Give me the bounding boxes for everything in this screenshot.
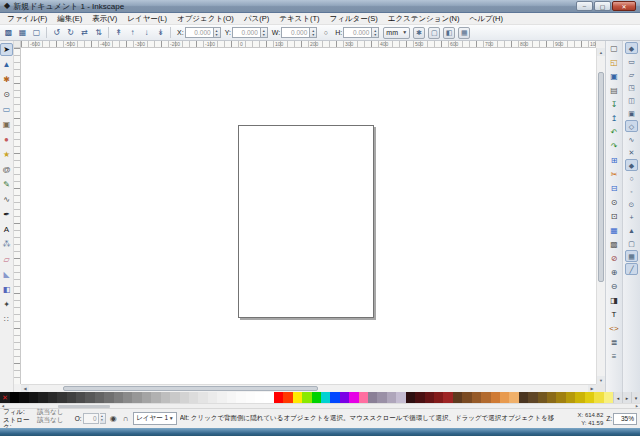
- y-input[interactable]: 0.000: [232, 27, 261, 38]
- snap-bbox-edges-toggle[interactable]: ▱: [625, 68, 638, 80]
- transform-pattern-toggle[interactable]: ▦: [458, 27, 470, 39]
- spray-tool-button[interactable]: ⁂: [0, 238, 13, 251]
- vertical-ruler[interactable]: [14, 48, 21, 384]
- opacity-input[interactable]: 0: [83, 413, 99, 424]
- palette-swatch[interactable]: [340, 392, 349, 403]
- palette-swatch[interactable]: [368, 392, 377, 403]
- star-tool-button[interactable]: ★: [0, 148, 13, 161]
- fill-stroke-dialog-button[interactable]: ◨: [607, 294, 621, 307]
- print-button[interactable]: ▤: [607, 84, 621, 97]
- connector-tool-button[interactable]: ∷: [0, 313, 13, 326]
- palette-swatch[interactable]: [48, 392, 57, 403]
- opacity-spinner[interactable]: ▴ ▾: [100, 413, 106, 424]
- paste-button[interactable]: ⊟: [607, 182, 621, 195]
- palette-swatch[interactable]: [453, 392, 462, 403]
- palette-swatch[interactable]: [415, 392, 424, 403]
- snap-rotation-centers-toggle[interactable]: +: [625, 211, 638, 223]
- menu-layer[interactable]: レイヤー(L): [122, 13, 172, 25]
- palette-swatch[interactable]: [585, 392, 594, 403]
- close-button[interactable]: ✕: [612, 1, 636, 11]
- palette-swatch[interactable]: [104, 392, 113, 403]
- snap-bbox-centers-toggle[interactable]: ▣: [625, 107, 638, 119]
- rotate-cw-button[interactable]: ↻: [64, 26, 77, 39]
- palette-swatch[interactable]: [434, 392, 443, 403]
- menu-filters[interactable]: フィルター(S): [325, 13, 383, 25]
- palette-swatch[interactable]: [170, 392, 179, 403]
- palette-swatch[interactable]: [443, 392, 452, 403]
- snap-bounding-box-toggle[interactable]: ▭: [625, 55, 638, 67]
- horizontal-ruler[interactable]: -600-500-400-300-200-1000100200300400500…: [21, 41, 596, 48]
- palette-swatch[interactable]: [57, 392, 66, 403]
- open-document-button[interactable]: ◱: [607, 56, 621, 69]
- palette-swatch[interactable]: [274, 392, 283, 403]
- palette-swatch[interactable]: [114, 392, 123, 403]
- spiral-tool-button[interactable]: @: [0, 163, 13, 176]
- palette-scroll-left-icon[interactable]: ◂: [613, 392, 622, 403]
- palette-swatch[interactable]: [321, 392, 330, 403]
- palette-swatch[interactable]: [312, 392, 321, 403]
- group-button[interactable]: ⊕: [607, 266, 621, 279]
- document-page[interactable]: [238, 125, 374, 318]
- maximize-button[interactable]: ▢: [594, 1, 611, 11]
- palette-swatch[interactable]: [538, 392, 547, 403]
- palette-swatch[interactable]: [330, 392, 339, 403]
- pencil-tool-button[interactable]: ✎: [0, 178, 13, 191]
- palette-swatch[interactable]: [161, 392, 170, 403]
- fill-stroke-indicator[interactable]: フィル: 該当なし ストローク: 該当なし: [3, 410, 72, 428]
- scroll-left-arrow-icon[interactable]: ◀: [21, 385, 29, 392]
- import-button[interactable]: ↧: [607, 98, 621, 111]
- eraser-tool-button[interactable]: ▱: [0, 253, 13, 266]
- snap-cusp-nodes-toggle[interactable]: ◆: [625, 159, 638, 171]
- select-all-layers-button[interactable]: ▦: [16, 26, 29, 39]
- palette-scroll-right-icon[interactable]: ▸: [622, 392, 631, 403]
- h-spinner[interactable]: ▴▾: [372, 27, 379, 38]
- palette-swatch[interactable]: [264, 392, 273, 403]
- snap-bbox-edge-midpoints-toggle[interactable]: ◫: [625, 94, 638, 106]
- snap-smooth-nodes-toggle[interactable]: ○: [625, 172, 638, 184]
- ungroup-button[interactable]: ⊖: [607, 280, 621, 293]
- snap-paths-toggle[interactable]: ∿: [625, 133, 638, 145]
- rectangle-tool-button[interactable]: ▭: [0, 103, 13, 116]
- paint-bucket-tool-button[interactable]: ◣: [0, 268, 13, 281]
- palette-swatch[interactable]: [123, 392, 132, 403]
- snap-object-centers-toggle[interactable]: ⊙: [625, 198, 638, 210]
- snap-path-intersections-toggle[interactable]: ✕: [625, 146, 638, 158]
- palette-swatch[interactable]: [575, 392, 584, 403]
- palette-swatch[interactable]: [387, 392, 396, 403]
- scroll-right-arrow-icon[interactable]: ▶: [588, 385, 596, 392]
- palette-swatch[interactable]: [255, 392, 264, 403]
- palette-swatch[interactable]: [142, 392, 151, 403]
- lower-to-bottom-button[interactable]: ↡: [154, 26, 167, 39]
- snap-line-midpoints-toggle[interactable]: ◦: [625, 185, 638, 197]
- scale-corners-toggle[interactable]: ▢: [428, 27, 440, 39]
- xml-editor-button[interactable]: <>: [607, 322, 621, 335]
- palette-config-icon[interactable]: ▾: [631, 392, 640, 403]
- vertical-scrollbar[interactable]: ▲ ▼: [596, 48, 605, 384]
- no-color-swatch[interactable]: [0, 392, 10, 403]
- palette-swatch[interactable]: [594, 392, 603, 403]
- snap-enable-toggle[interactable]: ◆: [625, 42, 638, 54]
- raise-button[interactable]: ↑: [126, 26, 139, 39]
- x-spinner[interactable]: ▴▾: [214, 27, 221, 38]
- gradient-tool-button[interactable]: ◧: [0, 283, 13, 296]
- palette-swatch[interactable]: [566, 392, 575, 403]
- palette-swatch[interactable]: [132, 392, 141, 403]
- snap-guides-toggle[interactable]: ╱: [625, 263, 638, 275]
- palette-swatch[interactable]: [481, 392, 490, 403]
- vertical-scroll-thumb[interactable]: [598, 72, 604, 282]
- unlink-clone-button[interactable]: ⊘: [607, 252, 621, 265]
- rotate-ccw-button[interactable]: ↺: [50, 26, 63, 39]
- tweak-tool-button[interactable]: ✱: [0, 73, 13, 86]
- align-dialog-button[interactable]: ≣: [607, 336, 621, 349]
- text-dialog-button[interactable]: T: [607, 308, 621, 321]
- palette-swatch[interactable]: [491, 392, 500, 403]
- dropper-tool-button[interactable]: ✦: [0, 298, 13, 311]
- lower-button[interactable]: ↓: [140, 26, 153, 39]
- palette-swatch[interactable]: [406, 392, 415, 403]
- palette-swatch[interactable]: [208, 392, 217, 403]
- layers-dialog-button[interactable]: ≡: [607, 350, 621, 363]
- new-document-button[interactable]: ▢: [607, 42, 621, 55]
- snap-grids-toggle[interactable]: ▦: [625, 250, 638, 262]
- layer-lock-toggle[interactable]: ∩: [121, 413, 130, 425]
- w-input[interactable]: 0.000: [281, 27, 310, 38]
